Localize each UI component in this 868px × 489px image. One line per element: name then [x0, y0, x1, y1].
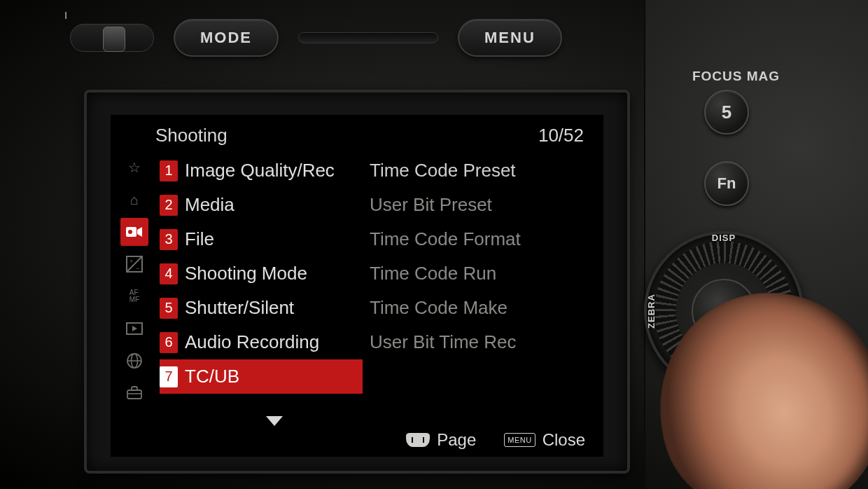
fn-button-label: Fn: [718, 174, 736, 193]
wheel-disp-label: DISP: [712, 233, 736, 243]
menu-option-time-code-format[interactable]: Time Code Format: [370, 222, 588, 256]
menu-section-title: Shooting: [155, 125, 227, 146]
menu-category-label: Shooting Mode: [185, 263, 307, 284]
menu-option-label: User Bit Time Rec: [370, 331, 517, 353]
menu-option-label: Time Code Make: [370, 297, 507, 319]
toolbox-icon: [126, 386, 143, 400]
menu-header: Shooting 10/52: [120, 125, 588, 153]
menu-tab-strip: ☆ ⌂ + − AFMF: [120, 153, 150, 407]
wheel-zebra-label: ZEBRA: [646, 294, 657, 329]
focus-mag-label: FOCUS MAG: [692, 69, 780, 84]
menu-option-time-code-make[interactable]: Time Code Make: [370, 291, 588, 325]
focus-mag-button[interactable]: 5: [704, 90, 749, 135]
menu-category-column: 1 Image Quality/Rec 2 Media 3 File 4 Sho…: [160, 153, 363, 407]
menu-category-shutter-silent[interactable]: 5 Shutter/Silent: [160, 291, 363, 325]
menu-category-shooting-mode[interactable]: 4 Shooting Mode: [160, 256, 363, 291]
menu-option-label: Time Code Preset: [370, 160, 516, 181]
power-switch[interactable]: [70, 24, 154, 52]
menu-category-image-quality[interactable]: 1 Image Quality/Rec: [160, 153, 363, 188]
menu-button[interactable]: MENU: [458, 19, 562, 57]
video-camera-icon: [126, 226, 143, 238]
menu-category-label: Media: [185, 194, 234, 216]
fn-button[interactable]: Fn: [704, 161, 749, 206]
globe-icon: [126, 352, 143, 369]
svg-text:+: +: [130, 258, 133, 265]
footer-page-hint: Page: [406, 430, 476, 450]
menu-category-number: 3: [160, 229, 178, 250]
scroll-down-icon: [266, 416, 283, 426]
menu-option-label: User Bit Preset: [370, 194, 492, 216]
footer-page-label: Page: [437, 430, 476, 450]
exposure-comp-icon: + −: [126, 256, 143, 273]
lcd-frame: Shooting 10/52 ☆ ⌂: [84, 90, 630, 474]
menu-category-audio-recording[interactable]: 6 Audio Recording: [160, 325, 363, 359]
top-controls: MODE MENU: [70, 15, 756, 60]
menu-category-number: 5: [160, 298, 178, 319]
tab-setup-icon[interactable]: [120, 379, 148, 407]
menu-option-label: Time Code Run: [370, 263, 496, 284]
menu-option-column: Time Code Preset User Bit Preset Time Co…: [370, 153, 588, 407]
menu-option-user-bit-preset[interactable]: User Bit Preset: [370, 188, 588, 222]
svg-point-1: [128, 230, 132, 234]
focus-mag-button-label: 5: [722, 102, 732, 123]
menu-category-number: 1: [160, 160, 178, 181]
mode-button[interactable]: MODE: [174, 19, 279, 57]
menu-category-label: TC/UB: [185, 366, 239, 387]
menu-option-label: Time Code Format: [370, 228, 521, 250]
footer-close-label: Close: [542, 430, 585, 450]
lcd-screen: Shooting 10/52 ☆ ⌂: [111, 115, 603, 457]
tab-main-icon[interactable]: ⌂: [120, 186, 148, 214]
speaker-slot: [298, 32, 438, 43]
menu-category-media[interactable]: 2 Media: [160, 188, 363, 222]
menu-category-label: Image Quality/Rec: [185, 160, 335, 181]
wheel-icon: [406, 433, 430, 447]
menu-button-label: MENU: [484, 29, 536, 47]
tab-exposure-icon[interactable]: + −: [120, 250, 148, 278]
svg-rect-10: [127, 390, 141, 399]
menu-option-time-code-run[interactable]: Time Code Run: [370, 256, 588, 291]
tab-favorites-icon[interactable]: ☆: [120, 153, 148, 181]
menu-page-indicator: 10/52: [538, 125, 584, 146]
menu-category-number: 6: [160, 332, 178, 353]
footer-close-hint: MENU Close: [504, 430, 585, 450]
tab-network-icon[interactable]: [120, 347, 148, 375]
menu-option-time-code-preset[interactable]: Time Code Preset: [370, 153, 588, 188]
menu-category-label: Audio Recording: [185, 331, 319, 353]
tab-shooting-icon[interactable]: [120, 218, 148, 246]
menu-option-user-bit-time-rec[interactable]: User Bit Time Rec: [370, 325, 588, 359]
menu-category-number: 4: [160, 263, 178, 284]
menu-category-number: 2: [160, 195, 178, 216]
playback-icon: [126, 322, 143, 335]
menu-category-label: Shutter/Silent: [185, 297, 294, 319]
menu-category-tc-ub[interactable]: 7 TC/UB: [160, 359, 363, 394]
menu-category-label: File: [185, 228, 214, 250]
menu-footer: Page MENU Close: [406, 430, 585, 450]
svg-text:−: −: [136, 265, 139, 272]
menu-category-file[interactable]: 3 File: [160, 222, 363, 256]
menu-category-number: 7: [160, 366, 178, 387]
tab-focus-icon[interactable]: AFMF: [120, 282, 148, 310]
menu-badge-icon: MENU: [504, 433, 535, 447]
mode-button-label: MODE: [200, 29, 252, 47]
tab-playback-icon[interactable]: [120, 315, 148, 343]
